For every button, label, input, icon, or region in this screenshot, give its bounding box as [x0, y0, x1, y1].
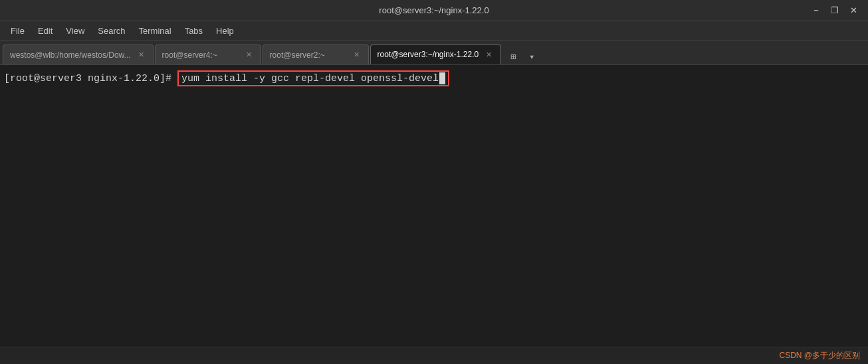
menu-item-file[interactable]: File [5, 23, 30, 39]
menu-item-search[interactable]: Search [92, 23, 130, 39]
window-controls: − ❐ ✕ [810, 4, 860, 17]
terminal-cursor [439, 72, 445, 84]
tab-label-server2: root@server2:~ [270, 50, 346, 60]
tab-westos[interactable]: westos@wlb:/home/westos/Dow... ✕ [3, 45, 154, 64]
tab-close-westos[interactable]: ✕ [136, 50, 146, 60]
brand-label: CSDN @多于少的区别 [779, 350, 860, 361]
tab-server4[interactable]: root@server4:~ ✕ [155, 45, 261, 64]
tab-label-server4: root@server4:~ [162, 50, 239, 60]
menu-item-tabs[interactable]: Tabs [179, 23, 208, 39]
menu-item-help[interactable]: Help [211, 23, 239, 39]
terminal-line: [root@server3 nginx-1.22.0]# yum install… [4, 70, 864, 86]
status-bar: CSDN @多于少的区别 [0, 347, 868, 364]
title-bar: root@server3:~/nginx-1.22.0 − ❐ ✕ [0, 0, 868, 21]
new-tab-icon[interactable]: ⊞ [505, 48, 521, 64]
command-text: yum install -y gcc repl-devel openssl-de… [181, 73, 439, 84]
menu-item-view[interactable]: View [60, 23, 90, 39]
terminal-area[interactable]: [root@server3 nginx-1.22.0]# yum install… [0, 65, 868, 347]
tab-label-server3: root@server3:~/nginx-1.22.0 [378, 50, 479, 59]
tab-dropdown-icon[interactable]: ▾ [524, 48, 540, 64]
menu-item-terminal[interactable]: Terminal [134, 23, 177, 39]
tab-server3[interactable]: root@server3:~/nginx-1.22.0 ✕ [370, 45, 502, 64]
tab-actions: ⊞ ▾ [505, 48, 540, 64]
tab-server2[interactable]: root@server2:~ ✕ [263, 45, 369, 64]
minimize-button[interactable]: − [810, 4, 823, 17]
window-title: root@server3:~/nginx-1.22.0 [379, 5, 488, 15]
terminal-command: yum install -y gcc repl-devel openssl-de… [177, 70, 449, 86]
menu-item-edit[interactable]: Edit [33, 23, 58, 39]
tab-close-server3[interactable]: ✕ [484, 50, 494, 60]
tab-close-server2[interactable]: ✕ [352, 50, 362, 60]
close-button[interactable]: ✕ [847, 4, 860, 17]
terminal-prompt: [root@server3 nginx-1.22.0]# [4, 73, 177, 84]
menu-bar: File Edit View Search Terminal Tabs Help [0, 21, 868, 41]
tab-bar: westos@wlb:/home/westos/Dow... ✕ root@se… [0, 41, 868, 65]
tab-close-server4[interactable]: ✕ [244, 50, 254, 60]
tab-label-westos: westos@wlb:/home/westos/Dow... [10, 50, 131, 60]
maximize-button[interactable]: ❐ [828, 4, 841, 17]
